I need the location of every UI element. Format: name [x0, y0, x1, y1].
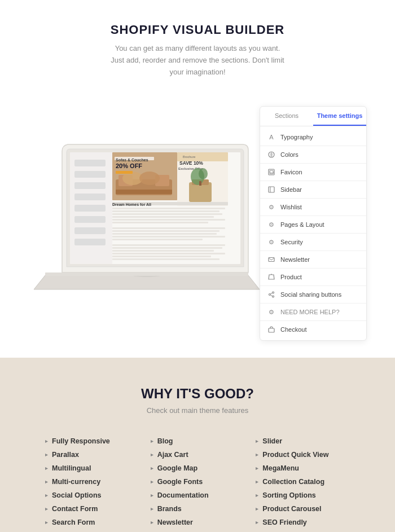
panel-item-wishlist[interactable]: ⚙ Wishlist — [260, 199, 366, 216]
panel-item-newsletter[interactable]: Newsletter — [260, 251, 366, 269]
feature-arrow-icon: ▸ — [256, 438, 258, 444]
feature-col-1: ▸Fully Responsive▸Parallax▸Multilingual▸… — [40, 434, 145, 529]
svg-rect-51 — [45, 272, 248, 276]
feature-arrow-icon: ▸ — [151, 438, 153, 444]
svg-rect-41 — [112, 230, 220, 232]
svg-rect-10 — [74, 239, 106, 245]
feature-arrow-icon: ▸ — [256, 506, 258, 512]
page-subtitle: You can get as many different layouts as… — [107, 43, 288, 78]
feature-item: ▸Contact Form — [45, 502, 139, 516]
panel-item-product[interactable]: Product — [260, 269, 366, 286]
svg-rect-4 — [74, 171, 106, 178]
feature-label: Slider — [262, 437, 282, 445]
feature-label: Blog — [157, 437, 173, 445]
panel-item-security[interactable]: ⚙ Security — [260, 234, 366, 251]
top-section: SHOPIFY VISUAL BUILDER You can get as ma… — [0, 0, 395, 89]
feature-arrow-icon: ▸ — [45, 493, 48, 498]
svg-rect-38 — [112, 219, 225, 221]
feature-item: ▸Google Fonts — [151, 475, 245, 489]
svg-rect-39 — [112, 222, 208, 223]
feature-item: ▸Parallax — [45, 448, 139, 461]
feature-label: Sorting Options — [262, 491, 315, 499]
feature-arrow-icon: ▸ — [256, 452, 258, 458]
feature-arrow-icon: ▸ — [151, 493, 153, 498]
panel-tabs: Sections Theme settings — [260, 107, 366, 126]
svg-rect-6 — [74, 194, 106, 200]
svg-point-61 — [273, 296, 274, 297]
feature-col-3: ▸Slider▸Product Quick View▸MegaMenu▸Coll… — [250, 434, 356, 529]
feature-item: ▸Newsletter — [151, 516, 245, 529]
feature-label: SEO Friendly — [262, 518, 307, 526]
svg-rect-47 — [112, 250, 214, 252]
tab-theme-settings[interactable]: Theme settings — [313, 107, 366, 126]
checkout-label: Checkout — [280, 326, 306, 333]
sidebar-icon — [267, 185, 276, 194]
feature-item: ▸Ajax Cart — [151, 448, 245, 461]
feature-label: Contact Form — [52, 505, 98, 513]
security-icon: ⚙ — [267, 238, 276, 247]
feature-item: ▸Brands — [151, 502, 245, 516]
security-label: Security — [280, 239, 303, 245]
feature-label: Ajax Cart — [157, 451, 188, 459]
svg-rect-15 — [116, 190, 172, 194]
colors-label: Colors — [280, 151, 299, 158]
feature-arrow-icon: ▸ — [45, 438, 48, 444]
panel-item-social[interactable]: Social sharing buttons — [260, 286, 366, 304]
svg-rect-36 — [112, 213, 222, 215]
svg-text:Dream Homes for All: Dream Homes for All — [112, 203, 151, 206]
feature-label: Multi-currency — [52, 478, 100, 486]
social-label: Social sharing buttons — [280, 291, 341, 298]
panel-item-pages[interactable]: ⚙ Pages & Layout — [260, 216, 366, 234]
colors-icon — [267, 150, 276, 159]
feature-label: Google Map — [157, 464, 198, 472]
builder-area: Sofas & Couches 20% OFF Brochure SAVE 10… — [0, 89, 395, 358]
feature-arrow-icon: ▸ — [256, 465, 258, 471]
svg-rect-9 — [74, 227, 106, 234]
typography-label: Typography — [280, 134, 313, 140]
feature-item: ▸Product Carousel — [256, 502, 350, 516]
svg-rect-58 — [269, 258, 274, 262]
feature-arrow-icon: ▸ — [256, 479, 258, 485]
panel-item-sidebar[interactable]: Sidebar — [260, 181, 366, 199]
feature-arrow-icon: ▸ — [151, 506, 153, 512]
panel-item-typography[interactable]: A Typography — [260, 129, 366, 146]
favicon-icon: ico — [267, 168, 276, 177]
feature-label: Multilingual — [52, 464, 91, 472]
panel-item-favicon[interactable]: ico Favicon — [260, 164, 366, 181]
svg-rect-56 — [269, 187, 274, 192]
social-icon — [267, 290, 276, 299]
theme-panel: Sections Theme settings A Typography Col… — [260, 106, 367, 341]
svg-rect-5 — [74, 182, 106, 189]
tab-sections[interactable]: Sections — [260, 107, 313, 126]
product-label: Product — [280, 274, 302, 280]
pages-icon: ⚙ — [267, 220, 276, 229]
feature-arrow-icon: ▸ — [151, 520, 153, 525]
panel-item-checkout[interactable]: Checkout — [260, 321, 366, 338]
svg-point-60 — [269, 294, 271, 296]
feature-item: ▸Documentation — [151, 489, 245, 502]
feature-item: ▸MegaMenu — [256, 461, 350, 475]
svg-rect-31 — [199, 181, 201, 186]
checkout-icon — [267, 325, 276, 334]
feature-col-2: ▸Blog▸Ajax Cart▸Google Map▸Google Fonts▸… — [145, 434, 251, 529]
bottom-section: WHY IT'S GOOD? Check out main theme feat… — [0, 358, 395, 532]
feature-arrow-icon: ▸ — [151, 452, 153, 458]
feature-label: Product Carousel — [262, 505, 321, 513]
svg-rect-3 — [74, 160, 106, 166]
feature-label: Fully Responsive — [52, 437, 110, 445]
panel-item-colors[interactable]: Colors — [260, 146, 366, 164]
feature-arrow-icon: ▸ — [45, 465, 48, 471]
feature-item: ▸Search Form — [45, 516, 139, 529]
page-title: SHOPIFY VISUAL BUILDER — [11, 23, 384, 37]
feature-label: Newsletter — [157, 518, 193, 526]
feature-arrow-icon: ▸ — [256, 520, 258, 525]
svg-rect-64 — [269, 328, 274, 332]
svg-rect-50 — [112, 258, 220, 260]
panel-item-help[interactable]: ⚙ NEED MORE HELP? — [260, 304, 366, 321]
svg-rect-42 — [112, 233, 217, 235]
feature-arrow-icon: ▸ — [45, 506, 48, 512]
svg-text:SAVE 10%: SAVE 10% — [179, 160, 203, 166]
help-label: NEED MORE HELP? — [280, 309, 340, 315]
svg-rect-34 — [112, 208, 225, 209]
svg-text:Brochure: Brochure — [183, 155, 195, 159]
